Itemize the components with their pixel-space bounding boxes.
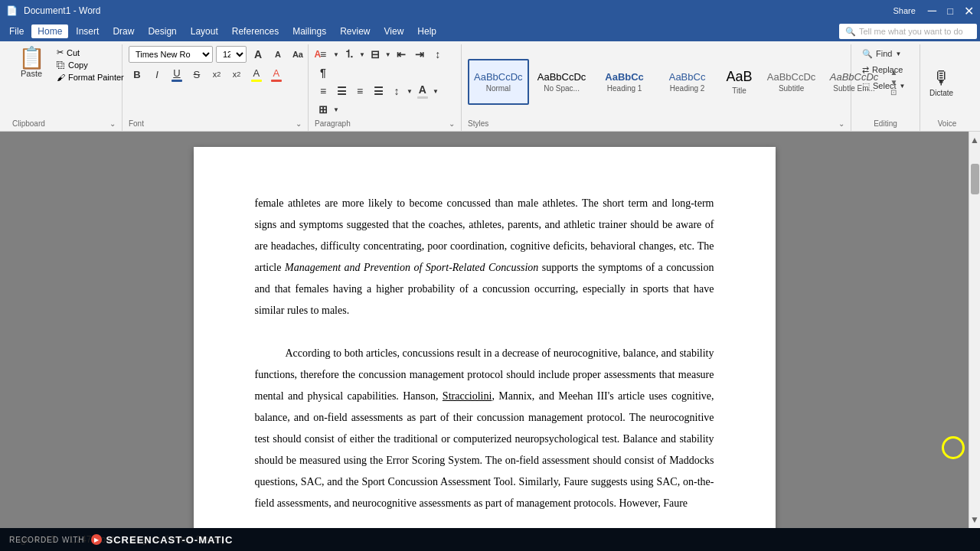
paragraph-2: According to both articles, concussions … [255, 343, 714, 514]
menu-file[interactable]: File [3, 24, 30, 38]
app-window: 📄 Document1 - Word Share ─ □ ✕ File Home… [0, 0, 980, 551]
format-painter-button[interactable]: 🖌 Format Painter [54, 71, 130, 83]
select-dropdown[interactable]: ▼ [900, 83, 906, 90]
style-heading1[interactable]: AaBbCc Heading 1 [595, 59, 655, 105]
menu-design[interactable]: Design [142, 24, 182, 38]
find-dropdown[interactable]: ▼ [895, 51, 901, 57]
align-left-button[interactable]: ≡ [315, 83, 332, 99]
menu-insert[interactable]: Insert [70, 24, 105, 38]
maximize-button[interactable]: □ [947, 5, 953, 17]
shading-dropdown[interactable]: ▼ [433, 88, 439, 95]
copy-label: Copy [68, 60, 88, 70]
font-grow-button[interactable]: A [250, 46, 266, 63]
font-size-select[interactable]: 12 [216, 46, 247, 63]
multilevel-dropdown[interactable]: ▼ [385, 51, 391, 58]
font-shrink-button[interactable]: A [270, 46, 286, 63]
borders-dropdown[interactable]: ▼ [333, 106, 339, 113]
style-subtitle-preview: AaBbCcDc [767, 71, 816, 83]
find-button[interactable]: 🔍 Find ▼ [858, 46, 906, 61]
text-highlight-button[interactable]: A [248, 66, 265, 83]
paste-button[interactable]: 📋 Paste [12, 46, 51, 80]
clipboard-expand-icon[interactable]: ⌄ [109, 119, 116, 128]
increase-indent-button[interactable]: ⇥ [411, 46, 428, 63]
copy-button[interactable]: ⿻ Copy [54, 59, 130, 71]
multilevel-button[interactable]: ⊟ [367, 46, 384, 63]
style-normal[interactable]: AaBbCcDc Normal [468, 59, 529, 105]
paragraph-expand-icon[interactable]: ⌄ [449, 119, 455, 128]
paragraph-row-2: ≡ ☰ ≡ ☰ ↕ ▼ A ▼ ⊞ ▼ [315, 83, 455, 118]
show-formatting-button[interactable]: ¶ [315, 64, 332, 81]
align-justify-button[interactable]: ☰ [370, 83, 387, 99]
menu-mailings[interactable]: Mailings [286, 24, 332, 38]
font-case-button[interactable]: Aa [289, 46, 306, 63]
scrollbar-thumb[interactable] [971, 164, 979, 194]
style-heading2[interactable]: AaBbCc Heading 2 [658, 59, 717, 105]
numbering-dropdown[interactable]: ▼ [359, 51, 365, 58]
scrollbar-track[interactable] [969, 148, 980, 511]
style-no-space[interactable]: AaBbCcDc No Spac... [532, 59, 592, 105]
document-area[interactable]: female athletes are more likely to becom… [0, 132, 969, 528]
font-row-1: Times New Ro 12 A A Aa A [129, 46, 326, 63]
bullets-button[interactable]: ≡ [315, 46, 332, 63]
superscript-button[interactable]: x2 [228, 66, 245, 83]
find-label: Find [876, 49, 892, 58]
vertical-scrollbar[interactable]: ▲ ▼ [969, 132, 980, 528]
menu-references[interactable]: References [226, 24, 285, 38]
close-button[interactable]: ✕ [964, 4, 974, 18]
italic-button[interactable]: I [149, 66, 165, 83]
select-button[interactable]: ⬚ Select ▼ [858, 78, 910, 93]
style-title-label: Title [732, 86, 746, 95]
subscript-button[interactable]: x2 [208, 66, 225, 83]
scroll-down-button[interactable]: ▼ [970, 511, 979, 528]
clipboard-mini-buttons: ✂ Cut ⿻ Copy 🖌 Format Painter [54, 46, 130, 83]
replace-label: Replace [872, 65, 903, 74]
style-no-space-preview: AaBbCcDc [537, 71, 586, 83]
select-icon: ⬚ [862, 81, 870, 91]
dictate-button[interactable]: 🎙 Dictate [926, 60, 956, 103]
shading-button[interactable]: A [414, 83, 431, 99]
font-color-button[interactable]: A [268, 66, 285, 83]
dictate-label: Dictate [929, 89, 953, 97]
style-heading2-label: Heading 2 [670, 84, 705, 93]
clipboard-label: Clipboard [12, 119, 45, 128]
font-label: Font [129, 119, 144, 128]
editing-label: Editing [874, 119, 897, 128]
align-right-button[interactable]: ≡ [351, 83, 368, 99]
borders-button[interactable]: ⊞ [315, 101, 332, 118]
tell-me-box[interactable]: 🔍 Tell me what you want to do [839, 24, 977, 39]
style-title-preview: AaB [727, 69, 753, 85]
minimize-button[interactable]: ─ [928, 4, 936, 18]
font-name-select[interactable]: Times New Ro [129, 46, 213, 63]
bullets-dropdown[interactable]: ▼ [333, 51, 339, 58]
style-heading2-preview: AaBbCc [669, 71, 706, 83]
menu-view[interactable]: View [378, 24, 410, 38]
align-center-button[interactable]: ☰ [333, 83, 350, 99]
bold-button[interactable]: B [129, 66, 145, 83]
menu-review[interactable]: Review [334, 24, 376, 38]
menu-home[interactable]: Home [31, 24, 68, 38]
strikethrough-button[interactable]: S [188, 66, 205, 83]
ribbon-styles: AaBbCcDc Normal AaBbCcDc No Spac... AaBb… [462, 44, 851, 131]
scroll-up-button[interactable]: ▲ [970, 132, 979, 148]
share-button[interactable]: Share [893, 6, 915, 15]
font-expand-icon[interactable]: ⌄ [296, 119, 302, 128]
menu-draw[interactable]: Draw [106, 24, 140, 38]
sort-button[interactable]: ↕ [430, 46, 446, 63]
style-heading1-preview: AaBbCc [605, 71, 644, 83]
font-row-2: B I U S x2 x2 A A [129, 66, 285, 83]
underline-button[interactable]: U [168, 66, 185, 83]
menu-layout[interactable]: Layout [185, 24, 224, 38]
cut-button[interactable]: ✂ Cut [54, 46, 130, 59]
replace-button[interactable]: ⇄ Replace [858, 62, 907, 77]
screencast-bar: RECORDED WITH ▶ SCREENCAST-O-MATIC [0, 528, 980, 551]
styles-expand-icon[interactable]: ⌄ [838, 119, 844, 128]
line-spacing-button[interactable]: ↕ [388, 83, 405, 99]
numbering-button[interactable]: ⒈ [341, 46, 358, 63]
style-subtitle[interactable]: AaBbCcDc Subtitle [762, 59, 822, 105]
style-title[interactable]: AaB Title [720, 59, 759, 105]
line-spacing-dropdown[interactable]: ▼ [407, 88, 413, 95]
select-label: Select [873, 81, 897, 90]
menu-help[interactable]: Help [411, 24, 443, 38]
recorded-with-text: RECORDED WITH [9, 536, 85, 544]
decrease-indent-button[interactable]: ⇤ [393, 46, 410, 63]
